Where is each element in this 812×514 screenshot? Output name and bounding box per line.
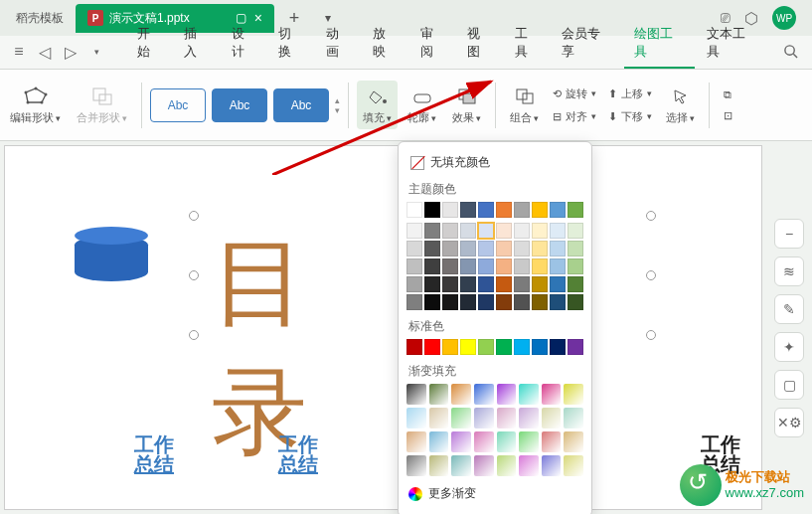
gradient-swatch[interactable] [564, 431, 583, 452]
gradient-swatch[interactable] [542, 431, 562, 452]
gradient-swatch[interactable] [451, 455, 471, 476]
color-swatch[interactable] [514, 241, 530, 257]
forward-icon[interactable]: ▷ [60, 41, 81, 63]
color-swatch[interactable] [478, 241, 494, 257]
style-box-1[interactable]: Abc [150, 88, 206, 122]
gradient-swatch[interactable] [406, 408, 426, 428]
fill-button[interactable]: 填充▾ [357, 81, 398, 129]
gradient-swatch[interactable] [519, 431, 539, 452]
color-swatch[interactable] [442, 223, 458, 239]
tools-button[interactable]: ✕⚙ [774, 408, 804, 437]
gradient-swatch[interactable] [564, 408, 583, 428]
menu-icon[interactable]: ≡ [8, 41, 30, 63]
color-swatch[interactable] [514, 223, 530, 239]
color-swatch[interactable] [514, 294, 530, 310]
slide-canvas[interactable]: 目录 工作总结 工作总结 工作总结 [4, 145, 762, 510]
menu-tab-9[interactable]: 会员专享 [552, 19, 622, 69]
color-swatch[interactable] [550, 202, 566, 218]
color-swatch[interactable] [550, 258, 566, 274]
color-swatch[interactable] [406, 276, 422, 292]
color-swatch[interactable] [550, 294, 566, 310]
color-swatch[interactable] [442, 202, 458, 218]
no-fill-option[interactable]: 无填充颜色 [406, 150, 583, 175]
gradient-swatch[interactable] [474, 384, 494, 405]
menu-tab-2[interactable]: 设计 [222, 19, 266, 69]
color-swatch[interactable] [568, 258, 583, 274]
color-swatch[interactable] [460, 258, 476, 274]
layers-button[interactable]: ≋ [774, 257, 804, 286]
menu-tab-8[interactable]: 工具 [505, 19, 550, 69]
align-button[interactable]: ⊟对齐▾ [549, 107, 600, 126]
menu-tab-5[interactable]: 放映 [363, 19, 407, 69]
color-swatch[interactable] [442, 339, 458, 355]
color-swatch[interactable] [532, 294, 548, 310]
gradient-swatch[interactable] [406, 455, 426, 476]
color-swatch[interactable] [442, 258, 458, 274]
color-swatch[interactable] [532, 202, 548, 218]
color-swatch[interactable] [460, 276, 476, 292]
color-swatch[interactable] [424, 202, 440, 218]
gradient-swatch[interactable] [406, 431, 426, 452]
gradient-swatch[interactable] [497, 455, 517, 476]
edit-shape-button[interactable]: 编辑形状▾ [4, 81, 67, 129]
collapse-button[interactable]: − [774, 219, 804, 249]
color-swatch[interactable] [532, 258, 548, 274]
color-swatch[interactable] [460, 223, 476, 239]
color-swatch[interactable] [550, 276, 566, 292]
rotate-button[interactable]: ⟲旋转▾ [549, 85, 600, 103]
gradient-swatch[interactable] [497, 384, 517, 405]
move-up-button[interactable]: ⬆上移▾ [604, 85, 656, 103]
color-swatch[interactable] [496, 258, 512, 274]
outline-button[interactable]: 轮廓▾ [402, 81, 442, 129]
gradient-swatch[interactable] [542, 384, 562, 405]
gradient-swatch[interactable] [564, 384, 583, 405]
color-swatch[interactable] [424, 258, 440, 274]
gradient-swatch[interactable] [542, 408, 562, 428]
gradient-swatch[interactable] [474, 455, 494, 476]
color-swatch[interactable] [514, 276, 530, 292]
color-swatch[interactable] [406, 202, 422, 218]
color-swatch[interactable] [406, 241, 422, 257]
color-swatch[interactable] [568, 294, 583, 310]
gradient-swatch[interactable] [474, 431, 494, 452]
color-swatch[interactable] [424, 339, 440, 355]
effect-button[interactable]: 效果▾ [446, 81, 487, 129]
style-box-3[interactable]: Abc [273, 88, 329, 122]
color-swatch[interactable] [442, 241, 458, 257]
color-swatch[interactable] [406, 258, 422, 274]
tab-template[interactable]: 稻壳模板 [4, 4, 76, 33]
color-swatch[interactable] [514, 339, 530, 355]
gradient-swatch[interactable] [429, 431, 449, 452]
gradient-swatch[interactable] [406, 384, 426, 405]
color-swatch[interactable] [532, 276, 548, 292]
frame-button[interactable]: ▢ [774, 370, 804, 400]
color-swatch[interactable] [496, 294, 512, 310]
gradient-swatch[interactable] [474, 408, 494, 428]
color-swatch[interactable] [460, 339, 476, 355]
cylinder-shape[interactable] [75, 236, 148, 281]
search-icon[interactable] [777, 38, 804, 69]
color-swatch[interactable] [406, 339, 422, 355]
gradient-swatch[interactable] [451, 408, 471, 428]
color-swatch[interactable] [424, 276, 440, 292]
brush-button[interactable]: ✎ [774, 294, 804, 324]
color-swatch[interactable] [568, 276, 583, 292]
style-gallery[interactable]: Abc Abc Abc ▴▾ [150, 88, 340, 122]
color-swatch[interactable] [496, 339, 512, 355]
menu-tab-0[interactable]: 开始 [127, 19, 172, 69]
gradient-swatch[interactable] [564, 455, 583, 476]
menu-tab-4[interactable]: 动画 [316, 19, 361, 69]
back-icon[interactable]: ◁ [34, 41, 56, 63]
gradient-swatch[interactable] [451, 431, 471, 452]
menu-tab-10[interactable]: 绘图工具 [624, 19, 695, 69]
gradient-swatch[interactable] [429, 384, 449, 405]
resize-handle[interactable] [189, 270, 199, 280]
color-swatch[interactable] [568, 339, 583, 355]
merge-shape-button[interactable]: 合并形状▾ [71, 81, 133, 129]
work-summary-2[interactable]: 工作总结 [278, 434, 318, 474]
color-swatch[interactable] [496, 223, 512, 239]
color-swatch[interactable] [568, 202, 583, 218]
color-swatch[interactable] [532, 241, 548, 257]
style-gallery-more[interactable]: ▴▾ [335, 95, 340, 115]
menu-tab-11[interactable]: 文本工具 [697, 19, 767, 69]
